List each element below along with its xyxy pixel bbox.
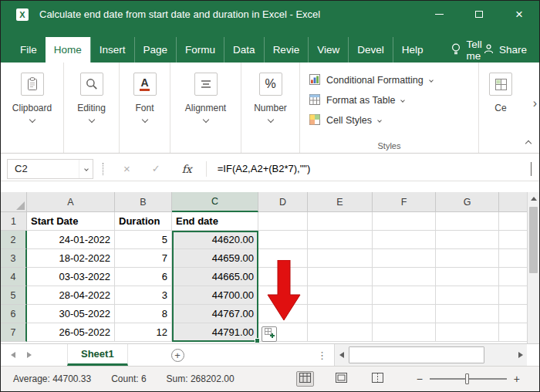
grid-cell[interactable] [499,305,527,323]
grid-cell[interactable] [499,286,527,305]
grid-cell[interactable] [373,249,436,268]
new-sheet-button[interactable]: + [171,349,184,362]
grid-cell[interactable] [258,249,308,268]
grid-cell[interactable] [499,249,527,268]
grid-cell[interactable] [436,305,499,323]
zoom-slider-thumb[interactable] [465,373,469,384]
grid-cell[interactable]: 7 [115,249,172,268]
horizontal-scroll-track[interactable] [348,344,514,366]
grid-cell[interactable] [499,212,527,231]
insert-function-icon[interactable]: fx [171,163,203,175]
tab-insert[interactable]: Insert [90,37,134,63]
close-button[interactable]: × [499,1,539,28]
zoom-slider[interactable] [430,378,507,380]
grid-cell[interactable] [258,231,308,249]
minimize-button[interactable] [419,1,459,28]
grid-cell[interactable] [373,212,436,231]
name-box-dropdown[interactable] [79,160,93,178]
grid-cell[interactable]: End date [172,212,258,231]
grid-cell[interactable]: 8 [115,305,172,323]
ribbon-scroll-right-button[interactable]: › [533,96,537,110]
grid-cell[interactable] [258,305,308,323]
number-group-button[interactable]: % Number [241,63,300,153]
horizontal-scrollbar[interactable] [334,344,527,366]
enter-icon[interactable]: ✓ [141,163,171,174]
row-header[interactable]: 2 [1,231,27,249]
scroll-right-button[interactable] [514,344,527,366]
grid-cell[interactable]: Duration [115,212,172,231]
row-header[interactable]: 1 [1,212,27,231]
tab-view[interactable]: View [308,37,348,63]
horizontal-scroll-thumb[interactable] [349,346,484,363]
tab-formulas[interactable]: Formu [176,37,224,63]
column-header-b[interactable]: B [115,192,172,212]
grid-cell[interactable]: 12 [115,323,172,342]
collapse-ribbon-button[interactable] [524,139,533,148]
grid-cell[interactable] [258,212,308,231]
grid-cell[interactable] [308,286,373,305]
cancel-icon[interactable]: × [113,162,141,175]
grid-cell[interactable] [308,268,373,286]
conditional-formatting-button[interactable]: Conditional Formatting [309,70,478,90]
grid-cell[interactable] [373,268,436,286]
row-header[interactable]: 4 [1,268,27,286]
grid-cell[interactable] [308,212,373,231]
grid-cell[interactable] [258,286,308,305]
grid-cell-active[interactable]: 44620.00 [172,231,258,249]
grid-cell[interactable]: 44700.00 [172,286,258,305]
name-box[interactable]: C2 [7,159,93,179]
tab-data[interactable]: Data [224,37,264,63]
grid-cell[interactable] [499,231,527,249]
grid-cell[interactable]: 26-05-2022 [27,323,115,342]
share-button[interactable]: Share [484,37,527,63]
vertical-scrollbar[interactable] [527,192,539,343]
grid-cell[interactable] [499,268,527,286]
normal-view-button[interactable] [296,371,314,387]
grid-cell[interactable]: 28-04-2022 [27,286,115,305]
format-as-table-button[interactable]: Format as Table [309,90,478,110]
grid-cell[interactable]: 18-02-2022 [27,249,115,268]
expand-formula-bar-button[interactable] [531,162,532,176]
grid-cell[interactable] [373,305,436,323]
formula-input[interactable]: =IF(A2,A2+(B2*7),"") [218,163,531,174]
maximize-button[interactable] [459,1,499,28]
grid-cell[interactable] [308,249,373,268]
grid-cell[interactable] [258,268,308,286]
grid-cell[interactable] [308,231,373,249]
grid-cell[interactable] [308,305,373,323]
grid-cell[interactable]: 30-05-2022 [27,305,115,323]
tab-file[interactable]: File [12,37,46,63]
zoom-in-button[interactable]: + [507,373,527,385]
fill-handle[interactable] [255,338,260,343]
sheet-nav-left-button[interactable] [11,352,15,358]
grid-cell[interactable] [436,231,499,249]
zoom-out-button[interactable]: − [410,373,430,385]
sheet-nav-right-button[interactable] [27,352,32,358]
alignment-group-button[interactable]: Alignment [170,63,241,153]
tab-home[interactable]: Home [46,37,90,63]
scroll-up-button[interactable] [528,192,539,205]
column-header-c[interactable]: C [172,192,258,212]
grid-cell[interactable]: 3 [115,286,172,305]
scroll-left-button[interactable] [335,344,348,366]
grid-cell[interactable]: 5 [115,231,172,249]
vertical-scroll-thumb[interactable] [529,207,538,273]
grid-cell[interactable] [373,286,436,305]
grid-cell[interactable]: Start Date [27,212,115,231]
grid-cell[interactable] [436,286,499,305]
row-header[interactable]: 7 [1,323,27,342]
cells-group-button[interactable]: Ce [479,63,522,153]
grid-cell[interactable]: 44665.00 [172,268,258,286]
tab-help[interactable]: Help [393,37,432,63]
page-layout-view-button[interactable] [332,371,350,387]
tell-me-button[interactable]: Tell me [451,37,484,63]
grid-cell[interactable] [308,323,373,342]
grid-cell[interactable] [373,231,436,249]
clipboard-group-button[interactable]: Clipboard [1,63,64,153]
grid-cell[interactable]: 24-01-2022 [27,231,115,249]
formula-bar-splitter[interactable] [103,163,103,175]
tab-review[interactable]: Revie [264,37,309,63]
column-header-e[interactable]: E [308,192,373,212]
grid-cell[interactable] [499,323,527,342]
column-header-d[interactable]: D [258,192,308,212]
